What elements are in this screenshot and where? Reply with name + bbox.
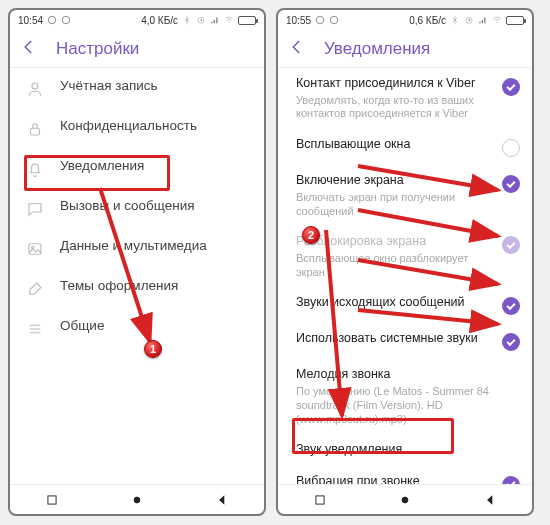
android-navbar — [10, 484, 264, 514]
status-time: 10:54 — [18, 15, 43, 26]
row-label: Всплывающие окна — [296, 137, 492, 153]
toggle-contact-joined[interactable] — [502, 78, 520, 96]
row-label: Мелодия звонка — [296, 367, 520, 383]
image-icon — [24, 238, 46, 258]
row-sub: Всплывающее окно разблокирует экран — [296, 252, 492, 280]
app-header: Уведомления — [278, 30, 532, 68]
phone-right: 10:55 0,6 КБ/с Уведомления Конт — [276, 8, 534, 516]
svg-point-11 — [330, 16, 338, 24]
row-label: Разблокировка экрана — [296, 234, 492, 250]
wifi-icon — [224, 15, 234, 25]
row-sub: Уведомлять, когда кто-то из ваших контак… — [296, 94, 492, 122]
nav-home[interactable] — [398, 493, 412, 507]
row-label: Контакт присоединился к Viber — [296, 76, 492, 92]
settings-row-privacy[interactable]: Конфиденциальность — [10, 108, 264, 148]
status-time: 10:55 — [286, 15, 311, 26]
status-net: 4,0 КБ/с — [141, 15, 178, 26]
toggle-vibrate[interactable] — [502, 476, 520, 484]
svg-rect-4 — [31, 128, 40, 135]
row-label: Конфиденциальность — [60, 118, 252, 135]
settings-row-account[interactable]: Учётная запись — [10, 68, 264, 108]
app-header: Настройки — [10, 30, 264, 68]
row-label: Включение экрана — [296, 173, 492, 189]
nav-recent[interactable] — [313, 493, 327, 507]
nav-home[interactable] — [130, 493, 144, 507]
user-icon — [24, 78, 46, 98]
row-label: Вызовы и сообщения — [60, 198, 252, 215]
alarm-icon — [464, 15, 474, 25]
wifi-icon — [492, 15, 502, 25]
settings-row-themes[interactable]: Темы оформления — [10, 268, 264, 308]
notif-row-outgoing-sound[interactable]: Звуки исходящих сообщений — [278, 287, 532, 323]
battery-icon — [238, 16, 256, 25]
nav-back[interactable] — [215, 493, 229, 507]
notif-row-contact-joined[interactable]: Контакт присоединился к Viber Уведомлять… — [278, 68, 532, 129]
whatsapp-icon — [47, 15, 57, 25]
bluetooth-icon — [182, 15, 192, 25]
row-label: Уведомления — [60, 158, 252, 175]
row-label: Темы оформления — [60, 278, 252, 295]
settings-row-notifications[interactable]: Уведомления — [10, 148, 264, 188]
back-button[interactable] — [288, 38, 306, 60]
svg-point-0 — [48, 16, 56, 24]
svg-point-3 — [32, 83, 38, 89]
notifications-list: Контакт присоединился к Viber Уведомлять… — [278, 68, 532, 484]
settings-row-media[interactable]: Данные и мультимедиа — [10, 228, 264, 268]
chat-icon — [24, 198, 46, 218]
page-title: Уведомления — [324, 39, 430, 59]
lock-icon — [24, 118, 46, 138]
toggle-outgoing-sound[interactable] — [502, 297, 520, 315]
toggle-system-sound[interactable] — [502, 333, 520, 351]
svg-rect-13 — [316, 495, 324, 503]
notif-row-notif-sound[interactable]: Звук уведомления — [278, 434, 532, 466]
signal-icon — [478, 15, 488, 25]
battery-icon — [506, 16, 524, 25]
bell-icon — [24, 158, 46, 178]
svg-point-1 — [62, 16, 70, 24]
toggle-unlock[interactable] — [502, 236, 520, 254]
viber-icon — [61, 15, 71, 25]
notif-row-ringtone[interactable]: Мелодия звонка По умолчанию (Le Matos - … — [278, 359, 532, 434]
status-bar: 10:55 0,6 КБ/с — [278, 10, 532, 30]
toggle-screen-on[interactable] — [502, 175, 520, 193]
svg-point-14 — [402, 497, 408, 503]
whatsapp-icon — [315, 15, 325, 25]
svg-point-8 — [134, 497, 140, 503]
row-label: Учётная запись — [60, 78, 252, 95]
row-label: Звук уведомления — [296, 442, 520, 458]
viber-icon — [329, 15, 339, 25]
svg-point-10 — [316, 16, 324, 24]
android-navbar — [278, 484, 532, 514]
row-sub: По умолчанию (Le Matos - Summer 84 sound… — [296, 385, 520, 426]
svg-rect-5 — [29, 244, 41, 255]
settings-list: Учётная запись Конфиденциальность Уведом… — [10, 68, 264, 484]
row-label: Звуки исходящих сообщений — [296, 295, 492, 311]
settings-row-general[interactable]: Общие — [10, 308, 264, 348]
nav-recent[interactable] — [45, 493, 59, 507]
brush-icon — [24, 278, 46, 298]
nav-back[interactable] — [483, 493, 497, 507]
svg-rect-7 — [48, 495, 56, 503]
settings-row-calls[interactable]: Вызовы и сообщения — [10, 188, 264, 228]
list-icon — [24, 318, 46, 338]
back-button[interactable] — [20, 38, 38, 60]
row-label: Данные и мультимедиа — [60, 238, 252, 255]
phone-left: 10:54 4,0 КБ/с Настройки Учётная — [8, 8, 266, 516]
row-sub: Включать экран при получении сообщений — [296, 191, 492, 219]
notif-row-vibrate[interactable]: Вибрация при звонке — [278, 466, 532, 484]
notif-row-popups[interactable]: Всплывающие окна — [278, 129, 532, 165]
status-net: 0,6 КБ/с — [409, 15, 446, 26]
bluetooth-icon — [450, 15, 460, 25]
row-label: Вибрация при звонке — [296, 474, 492, 484]
toggle-popups[interactable] — [502, 139, 520, 157]
alarm-icon — [196, 15, 206, 25]
status-bar: 10:54 4,0 КБ/с — [10, 10, 264, 30]
callout-2: 2 — [302, 226, 320, 244]
page-title: Настройки — [56, 39, 139, 59]
signal-icon — [210, 15, 220, 25]
notif-row-system-sound[interactable]: Использовать системные звуки — [278, 323, 532, 359]
row-label: Использовать системные звуки — [296, 331, 492, 347]
callout-1: 1 — [144, 340, 162, 358]
row-label: Общие — [60, 318, 252, 335]
notif-row-screen-on[interactable]: Включение экрана Включать экран при полу… — [278, 165, 532, 226]
